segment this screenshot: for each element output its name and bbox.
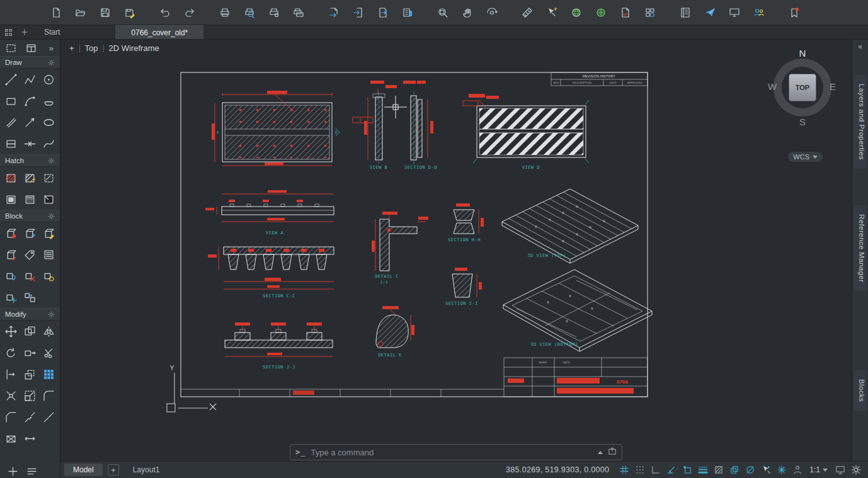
multiline-icon[interactable] — [3, 114, 19, 130]
object-snap-icon[interactable] — [680, 464, 694, 477]
model-tab[interactable]: Model — [64, 464, 103, 476]
annotation-visibility-icon[interactable] — [774, 464, 789, 477]
view-plate-top-left[interactable]: D D — [212, 91, 340, 166]
batch-plot-icon[interactable] — [290, 5, 307, 20]
polyline-icon[interactable] — [21, 71, 38, 88]
offset-icon[interactable] — [21, 366, 38, 382]
export-icon[interactable] — [326, 5, 342, 20]
pan-icon[interactable] — [459, 5, 476, 20]
save-as-icon[interactable] — [122, 5, 138, 20]
explode-icon[interactable] — [3, 387, 19, 404]
orbit-icon[interactable] — [484, 5, 500, 20]
gear-icon[interactable] — [48, 59, 55, 66]
break-icon[interactable] — [21, 409, 38, 425]
replace-block-icon[interactable] — [21, 289, 38, 305]
tab-active-drawing[interactable]: 0766_cover_old* — [115, 25, 203, 39]
count-icon[interactable] — [642, 5, 658, 20]
section-i-i[interactable]: SECTION I-I — [445, 268, 482, 306]
command-customize-icon[interactable] — [608, 447, 617, 458]
create-block-icon[interactable] — [21, 225, 38, 241]
model-space-canvas[interactable]: REVISION HISTORY REV DESCRIPTION DATE AP… — [60, 40, 852, 461]
view-a[interactable]: VIEW A — [205, 190, 334, 236]
view-b[interactable]: VIEW B — [353, 81, 397, 170]
rectangle-icon[interactable] — [3, 93, 19, 109]
viewcube-west[interactable]: W — [766, 81, 779, 92]
viewcube-top-face[interactable]: TOP — [789, 74, 816, 101]
zoom-window-icon[interactable] — [435, 5, 451, 20]
solid-fill-icon[interactable] — [3, 191, 19, 207]
define-attribute-icon[interactable] — [21, 246, 38, 263]
attach-xref-icon[interactable] — [3, 268, 19, 284]
new-layout-button[interactable]: + — [108, 464, 119, 475]
palette-overflow-button[interactable]: » — [45, 43, 57, 53]
new-drawing-tab-button[interactable] — [16, 25, 33, 39]
tab-start[interactable]: Start — [33, 25, 71, 39]
move-icon[interactable] — [3, 323, 19, 339]
command-line[interactable]: >_ — [290, 444, 622, 460]
palette-section-draw[interactable]: Draw — [0, 56, 60, 69]
viewport-visual-style-button[interactable]: 2D Wireframe — [109, 43, 159, 53]
workspace-switching-icon[interactable] — [833, 464, 847, 477]
clip-xref-icon[interactable] — [21, 268, 38, 284]
adjust-underlay-icon[interactable] — [41, 268, 57, 284]
view-d[interactable]: VIEW D — [463, 94, 589, 170]
viewport-expand-button[interactable]: + — [69, 43, 74, 53]
sheet-set-manager-icon[interactable] — [399, 5, 416, 20]
grid-display-icon[interactable] — [617, 464, 631, 477]
page-setup-icon[interactable] — [266, 5, 282, 20]
snap-mode-icon[interactable] — [632, 464, 647, 477]
iso-view-bottom[interactable]: 3D VIEW (BOTTOM) — [503, 270, 652, 351]
line-icon[interactable] — [3, 71, 19, 88]
save-icon[interactable] — [97, 5, 113, 20]
geolocation-icon[interactable] — [593, 5, 609, 20]
gear-icon[interactable] — [48, 213, 55, 220]
viewcube[interactable]: N S W E TOP — [765, 50, 840, 125]
pdf-import-icon[interactable] — [617, 5, 634, 20]
notifications-icon[interactable] — [786, 5, 802, 20]
wcs-dropdown[interactable]: WCS — [788, 152, 823, 162]
revision-cloud-icon[interactable] — [41, 93, 57, 109]
palette-section-modify[interactable]: Modify — [0, 308, 60, 321]
viewport-view-button[interactable]: Top — [85, 43, 98, 53]
viewcube-south[interactable]: S — [796, 117, 809, 127]
palette-section-block[interactable]: Block — [0, 210, 60, 222]
ellipse-icon[interactable] — [41, 114, 57, 130]
add-palette-icon[interactable] — [6, 465, 19, 477]
section-h-h[interactable]: SECTION H-H — [448, 203, 484, 242]
open-icon[interactable] — [72, 5, 89, 20]
wipeout-icon[interactable] — [41, 191, 57, 207]
collapse-panel-button[interactable]: « — [852, 40, 868, 54]
join-icon[interactable] — [41, 409, 57, 425]
workspace-user-icon[interactable] — [790, 464, 804, 477]
import-icon[interactable] — [350, 5, 367, 20]
insert-block-icon[interactable] — [3, 225, 19, 241]
detail-c[interactable]: DETAIL C 2:1 — [372, 212, 428, 284]
viewport-split-icon[interactable] — [23, 42, 39, 54]
detail-e[interactable]: DETAIL E — [376, 306, 414, 358]
tab-layers-and-properties[interactable]: Layers and Properties — [854, 75, 867, 169]
manage-attributes-icon[interactable] — [41, 246, 57, 263]
title-block[interactable]: NAME DATE 0766 — [504, 358, 648, 397]
boundary-icon[interactable] — [41, 169, 57, 186]
gear-icon[interactable] — [48, 311, 55, 318]
measure-icon[interactable] — [519, 5, 535, 20]
layout1-tab[interactable]: Layout1 — [124, 464, 169, 476]
customization-gear-icon[interactable] — [848, 464, 863, 477]
lineweight-icon[interactable] — [695, 464, 710, 477]
tab-reference-manager[interactable]: Reference Manager — [854, 205, 867, 291]
copy-icon[interactable] — [21, 323, 38, 339]
transparency-icon[interactable] — [711, 464, 726, 477]
circle-icon[interactable] — [41, 71, 57, 88]
web-and-mobile-icon[interactable] — [568, 5, 585, 20]
tab-overview-icon[interactable] — [0, 25, 16, 39]
ray-icon[interactable] — [21, 114, 38, 130]
mirror-icon[interactable] — [41, 323, 57, 339]
command-input[interactable] — [311, 448, 593, 457]
iso-view-top[interactable]: 3D VIEW (TOP) — [502, 189, 638, 263]
section-c-c[interactable]: SECTION C-C — [208, 247, 334, 299]
viewport-restore-icon[interactable] — [3, 42, 19, 54]
hatch-icon[interactable] — [3, 169, 19, 186]
palette-section-hatch[interactable]: Hatch — [0, 154, 60, 167]
revision-table[interactable]: REVISION HISTORY REV DESCRIPTION DATE AP… — [551, 72, 648, 86]
quick-select-icon[interactable] — [544, 5, 560, 20]
